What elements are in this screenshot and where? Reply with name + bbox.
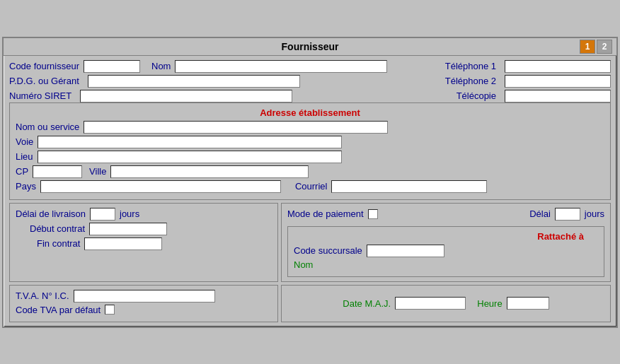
debut-contrat-input[interactable] bbox=[89, 223, 167, 235]
row-fin-contrat: Fin contrat bbox=[37, 237, 272, 250]
telephone2-label: Téléphone 2 bbox=[445, 76, 496, 86]
delai2-input[interactable] bbox=[555, 208, 580, 221]
bottom-row-panels: T.V.A. N° I.C. Code TVA par défaut Date … bbox=[9, 285, 611, 322]
rattache-section: Rattaché à Code succursale Nom bbox=[287, 226, 604, 277]
telephone1-label: Téléphone 1 bbox=[445, 61, 496, 71]
courriel-input[interactable] bbox=[331, 180, 487, 193]
lieu-label: Lieu bbox=[16, 151, 33, 162]
delai2-label: Délai bbox=[529, 209, 551, 219]
pays-label: Pays bbox=[16, 181, 36, 192]
row-lieu: Lieu bbox=[16, 151, 604, 163]
nom-input[interactable] bbox=[175, 60, 387, 73]
voie-input[interactable] bbox=[38, 136, 342, 148]
code-fournisseur-input[interactable] bbox=[84, 60, 140, 73]
right-panel: Mode de paiement Délai jours Rattaché à … bbox=[281, 203, 611, 282]
fin-contrat-label: Fin contrat bbox=[37, 238, 80, 249]
page-2-button[interactable]: 2 bbox=[597, 40, 612, 54]
heure-input[interactable] bbox=[507, 297, 549, 310]
debut-contrat-label: Début contrat bbox=[30, 223, 85, 234]
pays-input[interactable] bbox=[40, 180, 281, 193]
row-code-succursale: Code succursale bbox=[294, 245, 598, 257]
row-pays-courriel: Pays Courriel bbox=[16, 180, 604, 193]
row-code-nom: Code fournisseur Nom Téléphone 1 bbox=[9, 60, 611, 73]
ville-label: Ville bbox=[89, 166, 106, 177]
ville-input[interactable] bbox=[110, 165, 309, 178]
telephone2-input[interactable] bbox=[505, 75, 611, 88]
pdg-input[interactable] bbox=[88, 75, 300, 88]
fournisseur-window: Fournisseur 1 2 Code fournisseur Nom Tél… bbox=[2, 37, 618, 328]
fin-contrat-input[interactable] bbox=[84, 237, 162, 250]
row-voie: Voie bbox=[16, 136, 604, 148]
jours2-label: jours bbox=[585, 209, 604, 219]
date-maj-label: Date M.A.J. bbox=[343, 298, 391, 309]
form-content: Code fournisseur Nom Téléphone 1 P.D.G. … bbox=[4, 56, 616, 327]
delai-livraison-input[interactable] bbox=[90, 208, 115, 221]
row-rattache-nom: Nom bbox=[294, 259, 598, 270]
tva-panel: T.V.A. N° I.C. Code TVA par défaut bbox=[9, 285, 278, 322]
title-bar-buttons: 1 2 bbox=[580, 40, 612, 54]
top-section: Code fournisseur Nom Téléphone 1 P.D.G. … bbox=[9, 60, 611, 102]
siret-label: Numéro SIRET bbox=[9, 90, 71, 101]
cp-input[interactable] bbox=[33, 165, 82, 178]
date-maj-input[interactable] bbox=[395, 297, 466, 310]
code-tva-input[interactable] bbox=[105, 305, 115, 315]
row-cp-ville: CP Ville bbox=[16, 165, 604, 178]
mode-paiement-input[interactable] bbox=[368, 209, 378, 219]
cp-label: CP bbox=[16, 166, 28, 177]
nom-label: Nom bbox=[151, 61, 171, 71]
lieu-input[interactable] bbox=[38, 151, 342, 163]
bottom-panels: Délai de livraison jours Début contrat F… bbox=[9, 203, 611, 282]
telecopie-input[interactable] bbox=[505, 90, 611, 102]
voie-label: Voie bbox=[16, 136, 33, 147]
siret-input[interactable] bbox=[80, 90, 292, 102]
tva-input[interactable] bbox=[74, 290, 215, 303]
rattache-nom-label: Nom bbox=[294, 259, 313, 270]
row-mode-paiement: Mode de paiement Délai jours bbox=[287, 208, 604, 221]
window-title: Fournisseur bbox=[282, 41, 339, 52]
pdg-label: P.D.G. ou Gérant bbox=[9, 76, 79, 86]
rattache-title: Rattaché à bbox=[294, 231, 598, 242]
heure-label: Heure bbox=[477, 298, 502, 309]
row-code-tva: Code TVA par défaut bbox=[16, 305, 272, 315]
code-fournisseur-label: Code fournisseur bbox=[9, 61, 79, 71]
code-succursale-label: Code succursale bbox=[294, 245, 362, 256]
courriel-label: Courriel bbox=[295, 181, 328, 192]
row-debut-contrat: Début contrat bbox=[30, 223, 272, 235]
adresse-section: Adresse établissement Nom ou service Voi… bbox=[9, 102, 611, 200]
row-delai-livraison: Délai de livraison jours bbox=[16, 208, 272, 221]
row-nom-service: Nom ou service bbox=[16, 121, 604, 134]
code-tva-label: Code TVA par défaut bbox=[16, 305, 101, 315]
tva-label: T.V.A. N° I.C. bbox=[16, 290, 69, 301]
maj-panel: Date M.A.J. Heure bbox=[281, 285, 611, 322]
telecopie-label: Télécopie bbox=[457, 90, 496, 101]
mode-paiement-label: Mode de paiement bbox=[287, 209, 364, 219]
page-1-button[interactable]: 1 bbox=[580, 40, 595, 54]
jours-label: jours bbox=[120, 209, 139, 219]
row-pdg-tel2: P.D.G. ou Gérant Téléphone 2 bbox=[9, 75, 611, 88]
telephone1-input[interactable] bbox=[505, 60, 611, 73]
nom-service-input[interactable] bbox=[84, 121, 388, 134]
delai-livraison-label: Délai de livraison bbox=[16, 209, 86, 219]
row-siret-telecopie: Numéro SIRET Télécopie bbox=[9, 90, 611, 102]
row-tva: T.V.A. N° I.C. bbox=[16, 290, 272, 303]
contrat-panel: Délai de livraison jours Début contrat F… bbox=[9, 203, 278, 282]
title-bar: Fournisseur 1 2 bbox=[4, 38, 616, 56]
adresse-title: Adresse établissement bbox=[16, 107, 604, 118]
code-succursale-input[interactable] bbox=[367, 245, 444, 257]
nom-service-label: Nom ou service bbox=[16, 122, 79, 132]
